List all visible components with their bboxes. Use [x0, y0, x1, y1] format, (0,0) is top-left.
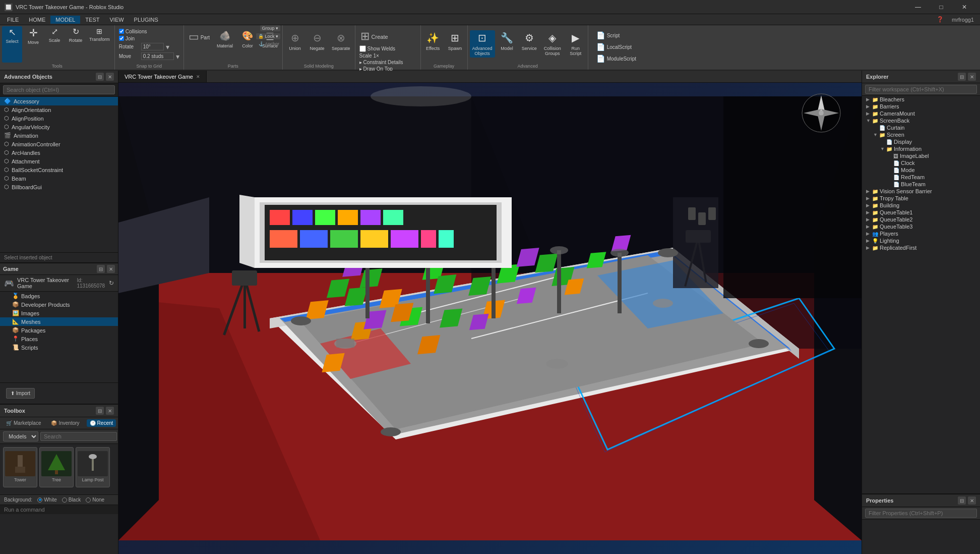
obj-item-alignorientation[interactable]: ⬡AlignOrientation — [0, 105, 118, 114]
explorer-filter-input[interactable] — [865, 85, 977, 94]
game-panel-float[interactable]: ⊟ — [97, 265, 105, 273]
orientation-gizmo[interactable] — [801, 93, 841, 133]
tree-item-11[interactable]: 📄 RedTeam — [862, 174, 980, 181]
explorer-float[interactable]: ⊟ — [958, 73, 966, 81]
menu-file[interactable]: FILE — [2, 16, 24, 24]
tree-item-20[interactable]: ▶ 💡 Lighting — [862, 237, 980, 244]
game-item-places[interactable]: 📍Places — [0, 335, 118, 343]
part-button[interactable]: ▭ Part — [186, 26, 212, 45]
obj-item-animation[interactable]: 🎬Animation — [0, 131, 118, 140]
tree-item-9[interactable]: 📄 Clock — [862, 159, 980, 167]
bg-white-option[interactable]: White — [37, 497, 57, 503]
rotate-button[interactable]: ↻ Rotate — [66, 26, 86, 63]
create-constraint-button[interactable]: ⊞ Create — [357, 28, 418, 44]
show-welds-check[interactable]: Show Welds — [359, 45, 418, 52]
advanced-objects-search[interactable] — [3, 85, 115, 94]
bg-none-option[interactable]: None — [86, 497, 104, 503]
group-dropdown[interactable]: Group ▾ — [260, 25, 281, 31]
import-button[interactable]: ⬆ Import — [6, 388, 35, 399]
game-item-packages[interactable]: 📦Packages — [0, 326, 118, 335]
tree-item-12[interactable]: 📄 BlueTeam — [862, 181, 980, 188]
tree-item-14[interactable]: ▶ 📁 Tropy Table — [862, 195, 980, 202]
tree-item-0[interactable]: ▶ 📁 Bleachers — [862, 96, 980, 103]
transform-button[interactable]: ⊞ Transform — [87, 26, 112, 63]
lock-dropdown[interactable]: 🔒 Lock ▾ — [256, 33, 280, 39]
rotate-input[interactable] — [141, 43, 164, 50]
game-item-developer-products[interactable]: 📦Developer Products — [0, 300, 118, 309]
viewport[interactable] — [118, 83, 862, 554]
minimize-button[interactable]: — — [906, 0, 930, 14]
select-button[interactable]: ↖ Select — [2, 26, 22, 63]
obj-item-beam[interactable]: ⬡Beam — [0, 174, 118, 183]
refresh-icon[interactable]: ↻ — [109, 280, 114, 287]
negate-button[interactable]: ⊖ Negate — [307, 30, 327, 52]
tree-item-13[interactable]: ▶ 📁 Vision Sensor Barrier — [862, 188, 980, 195]
menu-test[interactable]: TEST — [80, 16, 104, 24]
module-script-button[interactable]: 📄ModuleScript — [594, 53, 978, 64]
tab-recent[interactable]: 🕐 Recent — [87, 419, 116, 427]
game-item-images[interactable]: 🖼️Images — [0, 309, 118, 317]
model-type-dropdown[interactable]: Models — [3, 431, 38, 441]
game-item-meshes[interactable]: 📐Meshes — [0, 317, 118, 326]
tree-item-10[interactable]: 📄 Mode — [862, 167, 980, 174]
constraint-details-check[interactable]: ▸Constraint Details — [359, 60, 418, 65]
help-icon[interactable]: ❓ — [933, 15, 948, 24]
obj-item-accessory[interactable]: 🔷Accessory — [0, 97, 118, 105]
tree-item-16[interactable]: ▶ 📁 QueueTable1 — [862, 209, 980, 216]
toolbox-search-input[interactable] — [40, 432, 117, 441]
advanced-objects-button[interactable]: ⊡ Advanced Objects — [470, 30, 495, 58]
tab-marketplace[interactable]: 🛒 Marketplace — [3, 419, 44, 427]
tree-item-19[interactable]: ▶ 👥 Players — [862, 230, 980, 237]
service-button[interactable]: ⚙ Service — [519, 30, 539, 52]
game-panel-close[interactable]: ✕ — [107, 265, 115, 273]
command-input[interactable] — [4, 507, 114, 513]
tree-item-18[interactable]: ▶ 📁 QueueTable3 — [862, 223, 980, 230]
tree-item-15[interactable]: ▶ 📁 Building — [862, 202, 980, 209]
panel-float-btn[interactable]: ⊟ — [96, 73, 104, 81]
properties-filter-input[interactable] — [865, 509, 977, 518]
run-script-button[interactable]: ▶ Run Script — [566, 30, 586, 58]
move-button[interactable]: ✛ Move — [23, 26, 43, 63]
game-item-badges[interactable]: 🏅Badges — [0, 292, 118, 300]
tree-item-17[interactable]: ▶ 📁 QueueTable2 — [862, 216, 980, 223]
obj-item-attachment[interactable]: ⬡Attachment — [0, 157, 118, 165]
effects-button[interactable]: ✨ Effects — [423, 30, 443, 52]
toolbox-float[interactable]: ⊟ — [96, 407, 104, 415]
script-button[interactable]: 📄Script — [594, 30, 978, 40]
color-button[interactable]: 🎨 Color — [237, 26, 258, 50]
tree-item-6[interactable]: 📄 Display — [862, 138, 980, 145]
panel-close-btn[interactable]: ✕ — [106, 73, 114, 81]
collision-groups-button[interactable]: ◈ Collision Groups — [541, 30, 564, 58]
maximize-button[interactable]: □ — [930, 0, 953, 14]
obj-item-archandles[interactable]: ⬡ArcHandles — [0, 148, 118, 157]
tree-item-3[interactable]: ▼ 📁 ScreenBack — [862, 117, 980, 124]
model-card-1[interactable]: Tower — [3, 447, 37, 487]
spawn-button[interactable]: ⊞ Spawn — [445, 30, 465, 52]
close-tab-icon[interactable]: ✕ — [196, 74, 200, 79]
obj-item-alignposition[interactable]: ⬡AlignPosition — [0, 114, 118, 123]
tree-item-2[interactable]: ▶ 📁 CameraMount — [862, 110, 980, 117]
model-card-3[interactable]: Lamp Post — [76, 447, 110, 487]
obj-item-billboardgui[interactable]: ⬡BillboardGui — [0, 183, 118, 191]
menu-home[interactable]: HOME — [24, 16, 50, 24]
union-button[interactable]: ⊕ Union — [285, 30, 305, 52]
tree-item-1[interactable]: ▶ 📁 Barriers — [862, 103, 980, 110]
tree-item-7[interactable]: ▼ 📁 Information — [862, 145, 980, 152]
viewport-tab[interactable]: VRC Tower Takeover Game ✕ — [118, 71, 207, 82]
move-dropdown[interactable]: ▾ — [176, 52, 179, 61]
properties-float[interactable]: ⊟ — [958, 496, 966, 505]
properties-close[interactable]: ✕ — [968, 496, 976, 505]
menu-model[interactable]: MODEL — [50, 16, 80, 24]
move-input[interactable] — [141, 52, 174, 60]
tree-item-8[interactable]: 🖼 ImageLabel — [862, 152, 980, 159]
obj-item-ballsocketconstraint[interactable]: ⬡BallSocketConstraint — [0, 165, 118, 174]
obj-item-angularvelocity[interactable]: ⬡AngularVelocity — [0, 123, 118, 131]
tree-item-4[interactable]: 📄 Curtain — [862, 124, 980, 131]
game-item-scripts[interactable]: 📜Scripts — [0, 343, 118, 352]
toolbox-close[interactable]: ✕ — [106, 407, 114, 415]
scale-button[interactable]: ⤢ Scale — [44, 26, 65, 63]
menu-plugins[interactable]: PLUGINS — [129, 16, 163, 24]
obj-item-animationcontroller[interactable]: ⬡AnimationController — [0, 140, 118, 148]
menu-view[interactable]: VIEW — [104, 16, 129, 24]
explorer-close[interactable]: ✕ — [968, 73, 976, 81]
